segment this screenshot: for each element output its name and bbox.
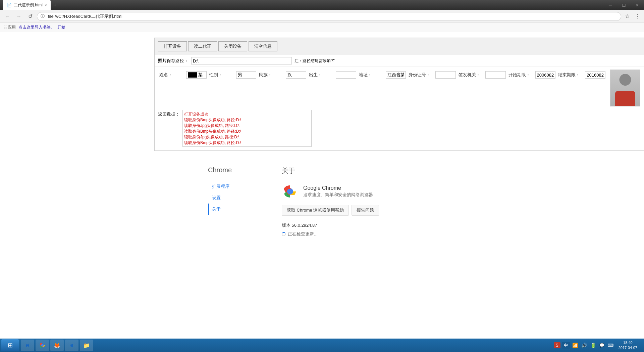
keyboard-icon[interactable]: ⌨ bbox=[607, 343, 614, 348]
end-date-label: 结束期限： bbox=[557, 70, 584, 80]
chrome-action-buttons: 获取 Chrome 浏览器使用帮助 报告问题 bbox=[282, 205, 379, 216]
ethnicity-value-cell bbox=[284, 70, 308, 80]
sidebar-item-extensions[interactable]: 扩展程序 bbox=[208, 181, 262, 192]
tab-favicon: 📄 bbox=[7, 3, 12, 7]
bookmarks-bar: ⠿ 应用 点击这里导入书签。 开始 bbox=[0, 23, 644, 32]
start-date-value-cell bbox=[534, 70, 557, 80]
log-container bbox=[182, 110, 640, 148]
chrome-sidebar: Chrome 扩展程序 设置 关于 bbox=[208, 166, 262, 237]
network-icon[interactable]: 📶 bbox=[571, 343, 579, 348]
sogou-icon[interactable]: S bbox=[554, 342, 560, 348]
help-button[interactable]: 获取 Chrome 浏览器使用帮助 bbox=[282, 205, 349, 216]
address-bar[interactable]: ⓘ file:///C:/HXReadCard/二代证示例.html bbox=[37, 12, 621, 21]
minimize-button[interactable]: ─ bbox=[604, 0, 617, 10]
volume-icon[interactable]: 🔊 bbox=[580, 343, 588, 348]
apps-label: 应用 bbox=[8, 25, 16, 30]
new-tab-button[interactable]: + bbox=[52, 2, 58, 8]
close-device-button[interactable]: 关闭设备 bbox=[218, 41, 247, 51]
id-number-input[interactable] bbox=[435, 71, 456, 79]
chrome-logo-icon bbox=[282, 183, 298, 200]
chrome-update-status: 正在检查更新... bbox=[282, 231, 379, 237]
fields-section: 姓名： 性别： 民族： bbox=[158, 69, 607, 106]
photo-section bbox=[610, 70, 640, 106]
input-lang-indicator[interactable]: 中 bbox=[562, 342, 570, 349]
firefox-icon: 🦊 bbox=[54, 342, 60, 349]
action-center-icon[interactable]: 💬 bbox=[598, 343, 605, 348]
taskbar-app-firefox[interactable]: 🦊 bbox=[50, 340, 64, 351]
browser-toolbar: ← → ↺ ⓘ file:///C:/HXReadCard/二代证示例.html… bbox=[0, 10, 644, 23]
content-area: 打开设备 读二代证 关闭设备 清空信息 照片保存路径： 注：路径结尾需添加"\"… bbox=[0, 32, 644, 339]
chrome-app-desc: 追求速度、简单和安全的网络浏览器 bbox=[303, 192, 373, 198]
form-and-photo: 姓名： 性别： 民族： bbox=[155, 67, 644, 108]
tab-close-icon[interactable]: × bbox=[45, 3, 47, 7]
name-value-cell bbox=[185, 70, 208, 80]
import-bookmarks-link[interactable]: 点击这里导入书签。 bbox=[18, 25, 55, 30]
active-tab[interactable]: 📄 二代证示例.html × bbox=[3, 0, 51, 10]
battery-icon[interactable]: 🔋 bbox=[589, 343, 597, 348]
refresh-button[interactable]: ↺ bbox=[25, 12, 35, 21]
start-bookmark-link[interactable]: 开始 bbox=[57, 25, 65, 30]
birth-label: 出生： bbox=[308, 70, 334, 80]
issuer-label: 签发机关： bbox=[457, 70, 484, 80]
return-data-label: 返回数据： bbox=[158, 111, 180, 117]
photo-body-shape bbox=[615, 91, 635, 106]
apps-icon[interactable]: ⠿ 应用 bbox=[4, 25, 16, 30]
gender-value-cell bbox=[235, 70, 258, 80]
chrome-sidebar-title: Chrome bbox=[208, 166, 262, 174]
birth-input[interactable] bbox=[336, 71, 356, 79]
read-id-button[interactable]: 读二代证 bbox=[188, 41, 217, 51]
chrome-taskbar-icon bbox=[39, 342, 46, 349]
report-button[interactable]: 报告问题 bbox=[352, 205, 379, 216]
clock-time: 18:40 bbox=[619, 340, 637, 345]
return-data-section: 返回数据： bbox=[155, 108, 644, 150]
address-label: 地址： bbox=[358, 70, 384, 80]
forward-button[interactable]: → bbox=[14, 12, 23, 21]
title-bar: 📄 二代证示例.html × + ─ □ × bbox=[0, 0, 644, 10]
id-button-row: 打开设备 读二代证 关闭设备 清空信息 bbox=[155, 38, 644, 55]
start-button[interactable]: ⊞ bbox=[1, 339, 19, 351]
open-device-button[interactable]: 打开设备 bbox=[158, 41, 187, 51]
photo-path-input[interactable] bbox=[191, 57, 292, 64]
window-controls: ─ □ × bbox=[604, 0, 644, 10]
taskbar-app-chrome[interactable] bbox=[36, 340, 49, 351]
chrome-menu-button[interactable]: ⋮ bbox=[633, 12, 641, 20]
name-label: 姓名： bbox=[158, 70, 185, 80]
svg-point-2 bbox=[287, 189, 292, 194]
taskbar-app-ie[interactable]: e bbox=[21, 340, 34, 351]
issuer-input[interactable] bbox=[485, 71, 506, 79]
bookmark-star-button[interactable]: ☆ bbox=[623, 12, 631, 20]
apps-grid-icon: ⠿ bbox=[4, 25, 7, 30]
close-button[interactable]: × bbox=[631, 0, 644, 10]
update-spinner-icon bbox=[282, 232, 286, 236]
system-tray: S 中 📶 🔊 🔋 💬 ⌨ 18:40 2017-04-07 bbox=[551, 339, 643, 352]
birth-value-cell bbox=[334, 70, 358, 80]
svg-point-4 bbox=[41, 344, 44, 347]
chrome-app-info: Google Chrome 追求速度、简单和安全的网络浏览器 bbox=[303, 185, 373, 198]
address-input[interactable] bbox=[386, 71, 406, 79]
photo-path-note: 注：路径结尾需添加"\" bbox=[294, 58, 335, 64]
clear-info-button[interactable]: 清空信息 bbox=[249, 41, 277, 51]
clock-date: 2017-04-07 bbox=[619, 345, 637, 350]
id-form-container: 打开设备 读二代证 关闭设备 清空信息 照片保存路径： 注：路径结尾需添加"\"… bbox=[154, 38, 644, 151]
tab-label: 二代证示例.html bbox=[14, 2, 43, 8]
ie2-icon: e bbox=[68, 342, 75, 349]
system-clock[interactable]: 18:40 2017-04-07 bbox=[616, 340, 640, 351]
chrome-logo-row: Google Chrome 追求速度、简单和安全的网络浏览器 bbox=[282, 183, 379, 200]
gender-input[interactable] bbox=[236, 71, 257, 79]
sidebar-item-about[interactable]: 关于 bbox=[208, 204, 262, 215]
start-date-input[interactable] bbox=[535, 71, 556, 79]
back-button[interactable]: ← bbox=[3, 12, 12, 21]
taskbar: ⊞ e 🦊 e 📁 S 中 📶 🔊 🔋 💬 ⌨ 18:40 2017-04-07 bbox=[0, 339, 644, 352]
photo-path-row: 照片保存路径： 注：路径结尾需添加"\" bbox=[155, 55, 644, 67]
lock-icon: ⓘ bbox=[41, 13, 45, 19]
taskbar-app-explorer[interactable]: 📁 bbox=[80, 340, 93, 351]
maximize-button[interactable]: □ bbox=[617, 0, 631, 10]
sidebar-item-settings[interactable]: 设置 bbox=[208, 192, 262, 204]
start-icon: ⊞ bbox=[8, 342, 13, 349]
name-input[interactable] bbox=[186, 71, 207, 79]
end-date-input[interactable] bbox=[585, 71, 605, 79]
ethnicity-input[interactable] bbox=[286, 71, 306, 79]
return-data-textarea[interactable] bbox=[182, 110, 312, 147]
taskbar-app-ie2[interactable]: e bbox=[65, 340, 78, 351]
photo-head-shape bbox=[620, 74, 631, 86]
